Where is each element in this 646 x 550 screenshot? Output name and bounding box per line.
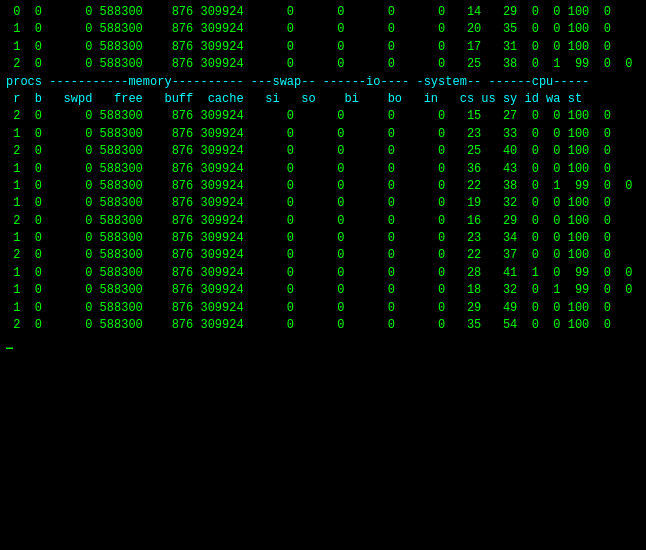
data-line: 1 0 0 588300 876 309924 0 0 0 0 18 32 0 … <box>6 282 640 299</box>
data-line: 2 0 0 588300 876 309924 0 0 0 0 15 27 0 … <box>6 108 640 125</box>
data-line: 2 0 0 588300 876 309924 0 0 0 0 25 40 0 … <box>6 143 640 160</box>
data-line: 2 0 0 588300 876 309924 0 0 0 0 35 54 0 … <box>6 317 640 334</box>
data-line: 2 0 0 588300 876 309924 0 0 0 0 25 38 0 … <box>6 56 640 73</box>
data-line: 2 0 0 588300 876 309924 0 0 0 0 22 37 0 … <box>6 247 640 264</box>
data-line: 2 0 0 588300 876 309924 0 0 0 0 16 29 0 … <box>6 213 640 230</box>
terminal-window: 0 0 0 588300 876 309924 0 0 0 0 14 29 0 … <box>6 4 640 546</box>
data-line: 1 0 0 588300 876 309924 0 0 0 0 36 43 0 … <box>6 161 640 178</box>
data-line: 1 0 0 588300 876 309924 0 0 0 0 22 38 0 … <box>6 178 640 195</box>
header-line: r b swpd free buff cache si so bi bo in … <box>6 91 640 108</box>
data-line: 1 0 0 588300 876 309924 0 0 0 0 17 31 0 … <box>6 39 640 56</box>
data-line: 0 0 0 588300 876 309924 0 0 0 0 14 29 0 … <box>6 4 640 21</box>
data-line: 1 0 0 588300 876 309924 0 0 0 0 29 49 0 … <box>6 300 640 317</box>
data-line: 1 0 0 588300 876 309924 0 0 0 0 23 34 0 … <box>6 230 640 247</box>
data-line: 1 0 0 588300 876 309924 0 0 0 0 28 41 1 … <box>6 265 640 282</box>
data-line: 1 0 0 588300 876 309924 0 0 0 0 23 33 0 … <box>6 126 640 143</box>
data-line: 1 0 0 588300 876 309924 0 0 0 0 19 32 0 … <box>6 195 640 212</box>
header-line: procs -----------memory---------- ---swa… <box>6 74 640 91</box>
cursor-line: █ <box>6 334 640 351</box>
data-line: 1 0 0 588300 876 309924 0 0 0 0 20 35 0 … <box>6 21 640 38</box>
